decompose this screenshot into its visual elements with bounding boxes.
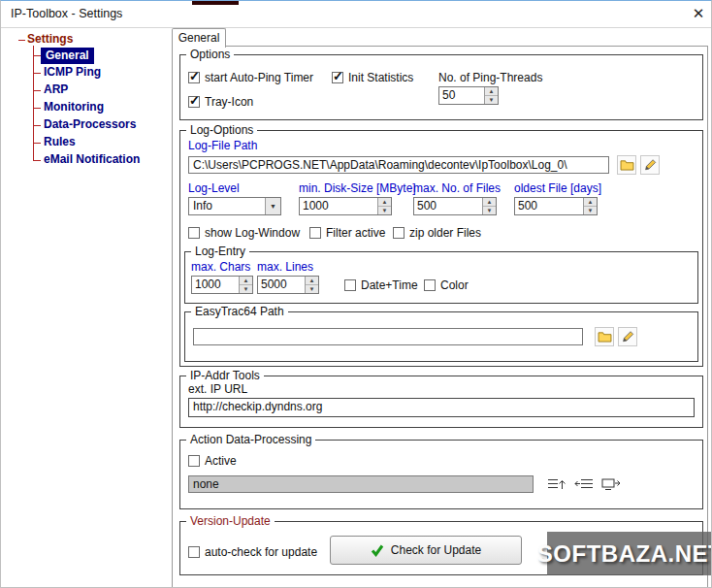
pencil-icon	[621, 330, 634, 343]
spinner-up-icon[interactable]: ▲	[483, 198, 496, 207]
spinner-value[interactable]: 5000	[258, 277, 305, 293]
checkbox-checked-icon[interactable]	[332, 72, 343, 83]
tree-line	[33, 108, 41, 109]
ext-ip-url-input[interactable]: http://checkip.dyndns.org	[188, 398, 695, 417]
settings-window: IP-Toolbox - Settings ✕ Settings General…	[0, 0, 712, 588]
spinner-down-icon[interactable]: ▼	[584, 207, 597, 214]
ip-addr-tools-group: IP-Addr Tools ext. IP URL http://checkip…	[179, 376, 703, 428]
dropdown-value[interactable]: Info	[189, 198, 265, 214]
checkbox-icon[interactable]	[393, 227, 405, 239]
auto-check-update-checkbox[interactable]: auto-check for update	[188, 545, 317, 559]
easytrac-path-input[interactable]	[193, 328, 583, 345]
checkbox-icon[interactable]	[188, 227, 200, 239]
tray-icon-checkbox[interactable]: Tray-Icon	[188, 95, 253, 109]
tree-root-settings[interactable]: Settings	[27, 32, 73, 46]
check-for-update-button[interactable]: Check for Update	[330, 536, 522, 565]
checkbox-label: start Auto-Ping Timer	[205, 71, 313, 84]
date-time-checkbox[interactable]: Date+Time	[344, 278, 418, 292]
disk-size-label: min. Disk-Size [MByte]	[299, 181, 416, 195]
spinner-down-icon[interactable]: ▼	[378, 207, 391, 214]
tree-line	[18, 40, 25, 41]
max-lines-spinner[interactable]: 5000 ▲▼	[257, 276, 319, 294]
spinner-buttons[interactable]: ▲▼	[482, 198, 496, 214]
log-file-path-label: Log-File Path	[188, 139, 257, 152]
spinner-down-icon[interactable]: ▼	[483, 207, 496, 214]
sidebar-item-data-processors[interactable]: Data-Processors	[44, 117, 136, 131]
dropdown-arrow-icon[interactable]: ▼	[265, 198, 280, 214]
spinner-up-icon[interactable]: ▲	[240, 277, 252, 285]
active-checkbox[interactable]: Active	[188, 454, 237, 468]
sidebar-item-general[interactable]: General	[41, 48, 94, 64]
pencil-icon	[643, 158, 657, 172]
max-chars-spinner[interactable]: 1000 ▲▼	[191, 276, 253, 294]
spinner-value[interactable]: 1000	[192, 277, 239, 293]
sidebar-item-rules[interactable]: Rules	[44, 135, 76, 148]
tree-line	[33, 90, 41, 91]
checkbox-label: Init Statistics	[348, 71, 413, 84]
edit-log-path-button[interactable]	[640, 155, 660, 175]
spinner-value[interactable]: 1000	[300, 198, 377, 214]
checkbox-label: Tray-Icon	[205, 95, 253, 109]
sidebar-item-icmp-ping[interactable]: ICMP Ping	[44, 65, 101, 79]
group-title: Options	[186, 48, 234, 61]
show-log-window-checkbox[interactable]: show Log-Window	[188, 226, 300, 240]
spinner-up-icon[interactable]: ▲	[378, 198, 391, 207]
spinner-down-icon[interactable]: ▼	[240, 285, 252, 293]
spinner-value[interactable]: 500	[515, 198, 583, 214]
checkbox-icon[interactable]	[424, 279, 436, 291]
send-to-screen-button[interactable]	[599, 475, 623, 493]
sidebar-item-monitoring[interactable]: Monitoring	[44, 100, 104, 114]
spinner-buttons[interactable]: ▲▼	[305, 277, 318, 293]
log-file-path-input[interactable]: C:\Users\PCPROGS.NET\AppData\Roaming\dec…	[188, 156, 609, 174]
sidebar-item-arp[interactable]: ARP	[44, 82, 68, 96]
max-files-label: max. No. of Files	[413, 181, 501, 195]
log-level-dropdown[interactable]: Info ▼	[188, 197, 281, 215]
sidebar-item-email-notification[interactable]: eMail Notification	[44, 152, 140, 166]
group-title: Version-Update	[186, 514, 275, 528]
init-statistics-checkbox[interactable]: Init Statistics	[332, 71, 413, 84]
list-insert-button[interactable]	[572, 475, 596, 493]
processor-select[interactable]: none	[188, 475, 534, 493]
spinner-up-icon[interactable]: ▲	[306, 277, 318, 285]
list-arrow-left-icon	[574, 477, 594, 491]
screenshot-artifact	[192, 1, 239, 5]
spinner-up-icon[interactable]: ▲	[584, 198, 597, 207]
checkbox-label: Date+Time	[361, 278, 418, 292]
start-autoping-checkbox[interactable]: start Auto-Ping Timer	[188, 71, 313, 84]
group-title: IP-Addr Tools	[186, 369, 264, 382]
green-check-icon	[371, 543, 384, 557]
checkbox-icon[interactable]	[188, 455, 200, 467]
checkbox-icon[interactable]	[188, 546, 200, 558]
checkbox-icon[interactable]	[344, 279, 356, 291]
watermark: SOFTBAZA.NET	[547, 532, 712, 575]
browse-log-folder-button[interactable]	[617, 155, 636, 175]
list-move-up-button[interactable]	[545, 475, 568, 493]
zip-older-files-checkbox[interactable]: zip older Files	[393, 226, 481, 240]
spinner-down-icon[interactable]: ▼	[306, 285, 318, 293]
spinner-buttons[interactable]: ▲▼	[377, 198, 391, 214]
checkbox-checked-icon[interactable]	[188, 96, 200, 108]
browse-easytrac-folder-button[interactable]	[595, 327, 614, 346]
checkbox-checked-icon[interactable]	[188, 72, 200, 83]
spinner-down-icon[interactable]: ▼	[485, 96, 498, 104]
close-icon[interactable]: ✕	[688, 4, 709, 23]
log-options-group: Log-Options Log-File Path C:\Users\PCPRO…	[179, 130, 703, 367]
spinner-buttons[interactable]: ▲▼	[583, 198, 597, 214]
spinner-up-icon[interactable]: ▲	[485, 87, 498, 96]
filter-active-checkbox[interactable]: Filter active	[309, 226, 385, 240]
spinner-buttons[interactable]: ▲▼	[239, 277, 252, 293]
ping-threads-spinner[interactable]: 50 ▲▼	[438, 86, 499, 105]
folder-icon	[598, 331, 612, 343]
color-checkbox[interactable]: Color	[424, 278, 469, 292]
checkbox-icon[interactable]	[309, 227, 321, 239]
spinner-value[interactable]: 50	[439, 87, 484, 104]
oldest-file-spinner[interactable]: 500 ▲▼	[514, 197, 598, 215]
spinner-buttons[interactable]: ▲▼	[484, 87, 498, 104]
spinner-value[interactable]: 500	[414, 198, 482, 214]
log-entry-group: Log-Entry max. Chars max. Lines 1000 ▲▼ …	[184, 251, 698, 304]
edit-easytrac-path-button[interactable]	[618, 327, 637, 346]
disk-size-spinner[interactable]: 1000 ▲▼	[299, 197, 392, 215]
tab-general[interactable]: General	[172, 28, 226, 48]
tree-line	[33, 73, 41, 74]
max-files-spinner[interactable]: 500 ▲▼	[413, 197, 497, 215]
